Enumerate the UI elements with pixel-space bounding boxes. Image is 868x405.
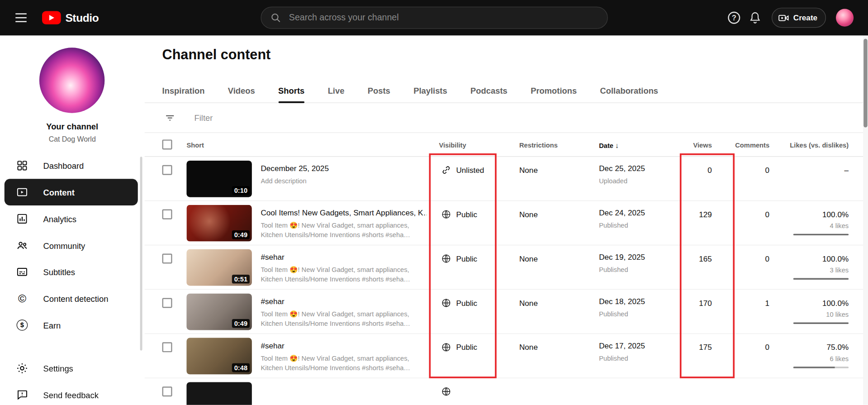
- views-value: 0: [645, 164, 712, 175]
- video-title-cell[interactable]: December 25, 2025 Add description: [261, 163, 427, 186]
- tab-live[interactable]: Live: [328, 82, 345, 102]
- main-content: Channel content Inspiration Videos Short…: [144, 35, 868, 405]
- tab-posts[interactable]: Posts: [368, 82, 390, 102]
- content-scrollbar-thumb[interactable]: [863, 39, 868, 128]
- tab-podcasts[interactable]: Podcasts: [470, 82, 508, 102]
- sidebar-item-settings[interactable]: Settings: [0, 355, 144, 381]
- video-title[interactable]: #sehar: [261, 296, 427, 308]
- notifications-button[interactable]: [749, 11, 762, 24]
- visibility-label: Public: [456, 254, 477, 263]
- video-title-cell[interactable]: Cool Items! New Gadgets, Smart Appliance…: [261, 207, 427, 239]
- filter-icon[interactable]: [163, 111, 176, 124]
- subtitles-icon: [15, 265, 28, 278]
- sidebar-item-send-feedback[interactable]: Send feedback: [0, 381, 144, 405]
- row-checkbox[interactable]: [162, 165, 172, 175]
- row-checkbox[interactable]: [162, 210, 172, 219]
- tab-promotions[interactable]: Promotions: [531, 82, 577, 102]
- community-icon: [15, 238, 28, 252]
- sidebar-item-earn[interactable]: $ Earn: [0, 312, 144, 338]
- video-thumbnail[interactable]: 0:49: [186, 205, 251, 242]
- help-button[interactable]: ?: [728, 12, 740, 24]
- search-bar: [261, 7, 607, 29]
- video-description-line2[interactable]: Kitchen Utensils/Home Inventions #shorts…: [261, 319, 427, 328]
- table-row: 0:49 #sehar Tool Item 😍! New Viral Gadge…: [144, 290, 868, 334]
- date-value: Dec 18, 2025: [599, 296, 645, 308]
- row-checkbox[interactable]: [162, 298, 172, 308]
- feedback-icon: [15, 388, 28, 401]
- video-description[interactable]: Tool Item 😍! New Viral Gadget, smart app…: [261, 265, 427, 274]
- date-value: Dec 17, 2025: [599, 340, 645, 352]
- sidebar-menu: Dashboard Content Analytics: [0, 152, 144, 338]
- video-thumbnail[interactable]: 0:51: [186, 249, 251, 286]
- column-header-date[interactable]: Date ↓: [599, 141, 619, 149]
- video-title[interactable]: #sehar: [261, 340, 427, 352]
- visibility-cell[interactable]: [441, 386, 451, 397]
- youtube-studio-logo[interactable]: Studio: [42, 0, 99, 35]
- video-title[interactable]: December 25, 2025: [261, 163, 427, 175]
- video-description-line2[interactable]: Kitchen Utensils/Home Inventions #shorts…: [261, 275, 427, 284]
- video-description-line2[interactable]: Kitchen Utensils/Home Inventions #shorts…: [261, 363, 427, 372]
- menu-button[interactable]: [10, 7, 32, 29]
- date-status: Published: [599, 221, 645, 230]
- column-header-restrictions: Restrictions: [519, 141, 558, 149]
- sort-descending-icon: ↓: [615, 141, 619, 149]
- video-description[interactable]: Tool Item 😍! New Viral Gadget, smart app…: [261, 354, 427, 363]
- date-cell: Dec 25, 2025 Uploaded: [599, 163, 645, 186]
- date-cell: Dec 18, 2025 Published: [599, 296, 645, 319]
- row-checkbox[interactable]: [162, 386, 172, 396]
- video-description[interactable]: Tool Item 😍! New Viral Gadget, smart app…: [261, 310, 427, 319]
- video-thumbnail[interactable]: 0:49: [186, 294, 251, 330]
- video-description[interactable]: Add description: [261, 176, 427, 186]
- youtube-play-icon: [42, 11, 61, 24]
- table-row-partial: [144, 378, 868, 405]
- sidebar-item-content-detection[interactable]: © Content detection: [0, 285, 144, 312]
- row-checkbox[interactable]: [162, 254, 172, 264]
- row-checkbox[interactable]: [162, 342, 172, 352]
- likes-bar: [793, 322, 849, 324]
- sidebar-item-label: Analytics: [43, 214, 76, 224]
- visibility-cell[interactable]: Unlisted: [441, 164, 484, 175]
- visibility-cell[interactable]: Public: [441, 297, 477, 308]
- visibility-label: Public: [456, 343, 477, 352]
- likes-cell: 75.0% 6 likes: [760, 342, 849, 368]
- sidebar-scrollbar[interactable]: [140, 157, 142, 350]
- filter-input[interactable]: [194, 113, 360, 123]
- likes-count: 4 likes: [760, 222, 849, 231]
- sidebar-item-analytics[interactable]: Analytics: [0, 205, 144, 232]
- column-header-likes[interactable]: Likes (vs. dislikes): [760, 141, 849, 149]
- video-title-cell[interactable]: #sehar Tool Item 😍! New Viral Gadget, sm…: [261, 340, 427, 372]
- visibility-cell[interactable]: Public: [441, 253, 477, 264]
- create-button[interactable]: Create: [772, 8, 825, 28]
- video-title-cell[interactable]: #sehar Tool Item 😍! New Viral Gadget, sm…: [261, 252, 427, 284]
- restrictions-value: None: [519, 342, 538, 353]
- video-description-line2[interactable]: Kitchen Utensils/Home Inventions #shorts…: [261, 230, 427, 239]
- video-thumbnail[interactable]: 0:48: [186, 338, 251, 375]
- copyright-icon: ©: [15, 292, 28, 305]
- sidebar-item-content[interactable]: Content: [5, 179, 138, 205]
- restrictions-value: None: [519, 209, 538, 219]
- video-title[interactable]: Cool Items! New Gadgets, Smart Appliance…: [261, 207, 427, 219]
- sidebar-item-subtitles[interactable]: Subtitles: [0, 259, 144, 286]
- tab-playlists[interactable]: Playlists: [413, 82, 447, 102]
- video-thumbnail[interactable]: [186, 382, 251, 405]
- account-avatar[interactable]: [836, 9, 854, 27]
- tab-collaborations[interactable]: Collaborations: [600, 82, 659, 102]
- visibility-cell[interactable]: Public: [441, 342, 477, 353]
- tab-shorts[interactable]: Shorts: [278, 82, 304, 102]
- tab-videos[interactable]: Videos: [228, 82, 255, 102]
- content-scrollbar[interactable]: [863, 35, 868, 405]
- video-title[interactable]: #sehar: [261, 252, 427, 263]
- visibility-label: Public: [456, 210, 477, 219]
- sidebar-item-label: Content detection: [43, 294, 108, 303]
- select-all-checkbox[interactable]: [162, 139, 172, 149]
- tab-inspiration[interactable]: Inspiration: [162, 82, 205, 102]
- channel-photo[interactable]: [39, 48, 104, 113]
- video-description[interactable]: Tool Item 😍! New Viral Gadget, smart app…: [261, 221, 427, 230]
- video-title-cell[interactable]: #sehar Tool Item 😍! New Viral Gadget, sm…: [261, 296, 427, 328]
- sidebar-item-community[interactable]: Community: [0, 232, 144, 259]
- visibility-cell[interactable]: Public: [441, 209, 477, 219]
- search-input[interactable]: [289, 13, 598, 23]
- sidebar-item-dashboard[interactable]: Dashboard: [0, 152, 144, 179]
- column-header-views[interactable]: Views: [645, 141, 712, 149]
- video-thumbnail[interactable]: 0:10: [186, 161, 251, 197]
